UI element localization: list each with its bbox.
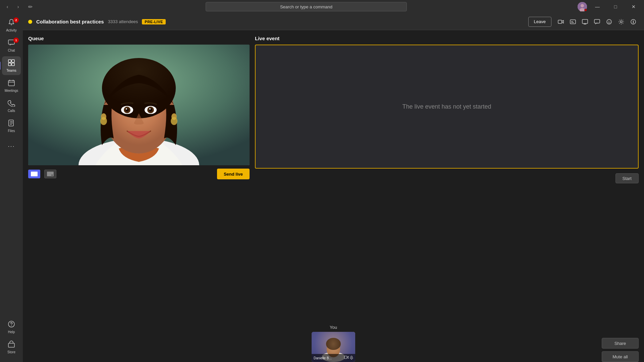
you-video-feed: Danielle B...	[312, 332, 355, 362]
sidebar-item-calls[interactable]: Calls	[2, 97, 21, 115]
sidebar-item-chat[interactable]: Chat 1	[2, 36, 21, 55]
nav-buttons: ‹ ›	[3, 2, 23, 11]
title-bar-right: — □ ✕	[578, 2, 641, 11]
close-button[interactable]: ✕	[626, 2, 641, 11]
svg-rect-43	[344, 356, 347, 359]
live-event-placeholder: The live event has not yet started	[402, 103, 491, 110]
back-button[interactable]: ‹	[3, 2, 12, 11]
title-bar: ‹ › ✏ Search or type a command — □ ✕	[0, 0, 644, 13]
live-status-dot	[28, 20, 32, 24]
sidebar-item-teams[interactable]: Teams	[2, 56, 21, 75]
captions-icon-button[interactable]	[568, 16, 578, 27]
mute-all-button[interactable]: Mute all	[602, 351, 639, 362]
more-icon: ···	[8, 143, 15, 150]
you-video-icons	[344, 356, 353, 360]
sidebar-item-meetings[interactable]: Meetings	[2, 76, 21, 95]
chat-label: Chat	[8, 49, 15, 52]
send-live-button[interactable]: Send live	[217, 169, 250, 179]
you-video-bar: Danielle B...	[312, 354, 355, 362]
you-mic-icon	[350, 356, 353, 360]
svg-point-26	[102, 58, 176, 118]
action-buttons: Share Mute all	[602, 338, 639, 362]
svg-point-38	[171, 117, 177, 125]
you-name: Danielle B...	[314, 356, 343, 360]
svg-rect-15	[582, 19, 588, 23]
queue-panel: Queue	[28, 36, 250, 357]
svg-rect-8	[8, 80, 14, 86]
layout-single-icon	[31, 172, 38, 176]
user-avatar[interactable]	[578, 2, 587, 11]
meetings-label: Meetings	[5, 89, 18, 93]
files-icon	[8, 119, 15, 128]
svg-rect-13	[558, 20, 562, 23]
help-label: Help	[8, 330, 15, 334]
sidebar: Activity 2 Chat 1 Teams	[0, 13, 23, 362]
svg-rect-5	[12, 60, 14, 62]
sidebar-item-store[interactable]: Store	[2, 338, 21, 357]
svg-rect-12	[8, 343, 14, 347]
chat-icon-button[interactable]	[592, 16, 602, 27]
svg-point-1	[581, 4, 584, 7]
search-placeholder: Search or type a command	[280, 4, 332, 9]
layout-single-button[interactable]	[28, 170, 40, 178]
svg-point-30	[126, 108, 127, 110]
svg-rect-7	[12, 63, 14, 66]
calls-icon	[8, 99, 15, 108]
svg-rect-4	[8, 60, 11, 62]
live-event-title: Live event	[255, 36, 639, 41]
start-button[interactable]: Start	[615, 173, 639, 183]
camera-icon-button[interactable]	[555, 16, 566, 27]
whiteboard-icon-button[interactable]	[580, 16, 590, 27]
svg-point-19	[610, 21, 610, 21]
svg-rect-14	[570, 20, 576, 24]
teams-icon	[8, 59, 15, 68]
queue-video	[28, 45, 250, 165]
svg-point-37	[100, 117, 107, 125]
compose-button[interactable]: ✏	[25, 2, 35, 11]
chat-badge: 1	[13, 38, 19, 43]
layout-pip-icon	[47, 172, 54, 176]
you-camera-icon	[344, 356, 349, 360]
maximize-button[interactable]: □	[608, 2, 623, 11]
sidebar-item-more[interactable]: ···	[2, 137, 21, 156]
activity-badge: 2	[13, 17, 19, 23]
activity-label: Activity	[6, 28, 17, 32]
minimize-button[interactable]: —	[590, 2, 605, 11]
sidebar-item-help[interactable]: Help	[2, 318, 21, 337]
queue-video-feed	[28, 45, 250, 165]
svg-rect-16	[594, 19, 600, 23]
sidebar-item-files[interactable]: Files	[2, 117, 21, 135]
live-event-panel: Live event The live event has not yet st…	[255, 36, 639, 357]
share-button[interactable]: Share	[602, 338, 639, 349]
help-icon	[8, 320, 15, 329]
store-label: Store	[7, 350, 15, 354]
teams-label: Teams	[6, 69, 16, 72]
layout-pip-button[interactable]	[44, 170, 56, 178]
info-icon-button[interactable]	[628, 16, 639, 27]
main-content: Queue	[23, 30, 644, 362]
pip-small	[51, 174, 53, 176]
files-label: Files	[8, 129, 15, 133]
queue-controls: Send live	[28, 169, 250, 179]
meeting-title: Collaboration best practices	[36, 19, 104, 24]
reactions-icon-button[interactable]	[604, 16, 614, 27]
svg-point-11	[11, 325, 12, 326]
you-label: You	[312, 325, 355, 330]
sidebar-item-activity[interactable]: Activity 2	[2, 16, 21, 35]
avatar-status-dot	[584, 9, 587, 11]
leave-button[interactable]: Leave	[528, 17, 551, 27]
svg-point-20	[620, 21, 622, 23]
svg-rect-6	[8, 63, 11, 66]
sidebar-bottom: Help Store	[2, 318, 21, 359]
svg-point-34	[149, 108, 151, 110]
svg-point-17	[607, 19, 611, 24]
forward-button[interactable]: ›	[13, 2, 23, 11]
svg-rect-44	[351, 356, 352, 358]
you-section: You	[312, 325, 355, 362]
svg-point-18	[608, 21, 609, 21]
search-bar[interactable]: Search or type a command	[206, 2, 407, 11]
store-icon	[8, 341, 15, 350]
meetings-icon	[8, 79, 15, 88]
settings-icon-button[interactable]	[616, 16, 627, 27]
top-bar: Collaboration best practices 3333 attend…	[23, 13, 644, 30]
